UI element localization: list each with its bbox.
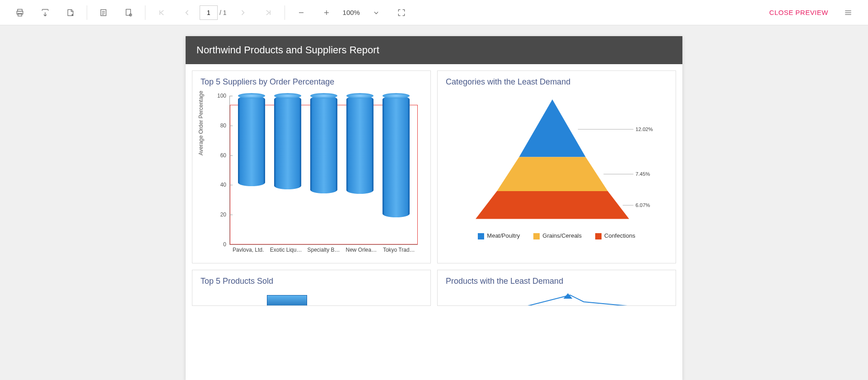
next-page-button[interactable]: [230, 0, 256, 25]
zoom-in-button[interactable]: [314, 0, 339, 25]
menu-button[interactable]: [835, 0, 861, 25]
fullscreen-button[interactable]: [389, 0, 414, 25]
send-button[interactable]: [58, 0, 83, 25]
page-number-input[interactable]: [200, 5, 218, 20]
toolbar: / 1 100% CLOSE PREVIEW: [0, 0, 868, 25]
svg-rect-2: [18, 13, 22, 16]
separator: [87, 5, 87, 20]
last-page-button[interactable]: [256, 0, 281, 25]
zoom-level-label: 100%: [343, 9, 360, 16]
separator: [285, 5, 285, 20]
zoom-out-button[interactable]: [289, 0, 314, 25]
close-preview-button[interactable]: CLOSE PREVIEW: [769, 9, 828, 16]
prev-page-button[interactable]: [174, 0, 200, 25]
first-page-button[interactable]: [149, 0, 174, 25]
export-button[interactable]: [33, 0, 58, 25]
parameters-button[interactable]: [91, 0, 116, 25]
svg-rect-0: [18, 9, 22, 11]
document-settings-button[interactable]: [116, 0, 141, 25]
svg-point-3: [72, 14, 73, 15]
print-button[interactable]: [7, 0, 33, 25]
zoom-dropdown-button[interactable]: [364, 0, 389, 25]
separator: [145, 5, 145, 20]
page-total-label: / 1: [219, 9, 227, 16]
